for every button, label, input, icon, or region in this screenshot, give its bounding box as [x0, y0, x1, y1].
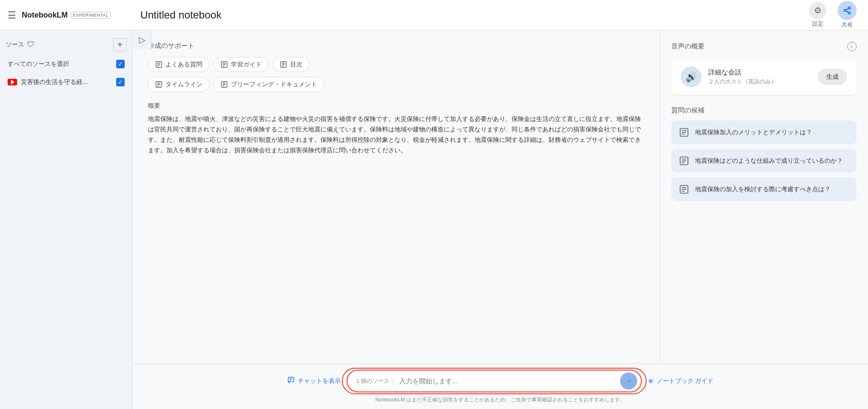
question-text-2: 地震保険はどのような仕組みで成り立っているのか？	[695, 156, 843, 166]
chip-study-label: 学習ガイド	[231, 60, 262, 69]
question-card-1[interactable]: 地震保険加入のメリットとデメリットは？	[671, 121, 857, 144]
content-area: 作成のサポート よくある質問	[133, 30, 868, 363]
share-label: 共有	[841, 21, 853, 29]
chip-study-icon	[220, 61, 228, 68]
chip-faq-label: よくある質問	[165, 60, 202, 69]
svg-line-3	[846, 11, 848, 12]
asterisk-icon: ✳	[648, 377, 654, 386]
source-label: 災害後の生活を守る経...	[21, 78, 112, 86]
chip-grid: よくある質問 学習ガイド	[148, 57, 644, 72]
topbar: ☰ NotebookLM EXPERIMENTAL Untitled noteb…	[0, 0, 868, 30]
summary-label: 概要	[148, 102, 644, 110]
brand-name: NotebookLM	[22, 11, 68, 19]
svg-point-0	[848, 7, 850, 9]
svg-point-2	[848, 12, 850, 14]
chip-grid-2: タイムライン ブリーフィング・ドキュメント	[148, 77, 644, 92]
audio-card: 🔊 詳細な会話 ２人のホスト（英語のみ） 生成	[671, 59, 857, 95]
bottom-input-row: チャットを表示 １個のソース → ✳ ノートブック ガイド	[287, 370, 714, 392]
main-layout: ソース 🛡 + すべてのソースを選択 災害後の生活を守る経... ▷ 作成のサポ…	[0, 30, 868, 409]
center-panel: 作成のサポート よくある質問	[133, 30, 659, 363]
share-button[interactable]: 共有	[834, 0, 860, 31]
question-icon-2	[679, 156, 689, 166]
svg-point-1	[844, 9, 846, 12]
select-all-checkbox[interactable]	[116, 60, 125, 68]
select-all-label: すべてのソースを選択	[8, 60, 69, 68]
question-card-2[interactable]: 地震保険はどのような仕組みで成り立っているのか？	[671, 149, 857, 173]
chip-timeline-icon	[155, 81, 163, 88]
chip-timeline[interactable]: タイムライン	[148, 77, 210, 92]
audio-avatar-icon: 🔊	[681, 66, 702, 87]
audio-card-subtitle: ２人のホスト（英語のみ）	[708, 78, 777, 86]
topbar-actions: ⚙ 設定 共有	[805, 0, 860, 31]
sources-label: ソース	[6, 40, 24, 49]
chip-briefing-icon	[220, 81, 228, 88]
brand-badge: EXPERIMENTAL	[71, 12, 111, 19]
share-icon	[838, 1, 857, 20]
chat-input[interactable]	[393, 372, 618, 390]
notebook-guide-label: ノートブック ガイド	[657, 377, 714, 385]
question-card-3[interactable]: 地震保険の加入を検討する際に考慮すべき点は？	[671, 177, 857, 201]
chat-toggle-label: チャットを表示	[298, 377, 341, 385]
send-icon: →	[625, 377, 632, 385]
question-icon-3	[679, 184, 689, 195]
main-content: 作成のサポート よくある質問	[133, 30, 868, 409]
generate-button[interactable]: 生成	[818, 69, 847, 85]
shield-icon: 🛡	[27, 40, 35, 49]
topbar-left: ☰ NotebookLM EXPERIMENTAL	[8, 9, 140, 21]
chip-briefing-label: ブリーフィング・ドキュメント	[231, 80, 317, 89]
svg-rect-37	[288, 377, 294, 381]
suggested-questions: 質問の候補 地震保険加入のメリットとデメリットは？	[671, 106, 857, 201]
question-text-3: 地震保険の加入を検討する際に考慮すべき点は？	[695, 185, 831, 194]
gear-icon: ⚙	[809, 2, 826, 19]
send-button[interactable]: →	[620, 372, 637, 390]
disclaimer-text: NotebookLM はまだ不正確な回答をすることがあるため、ご自身で事実確認さ…	[375, 396, 625, 403]
brand-logo: NotebookLM EXPERIMENTAL	[22, 11, 111, 19]
question-icon-1	[679, 127, 689, 138]
questions-title: 質問の候補	[671, 106, 857, 115]
svg-line-4	[846, 9, 848, 10]
audio-overview-title: 音声の概要	[671, 42, 704, 51]
source-count: １個のソース	[355, 377, 393, 385]
settings-button[interactable]: ⚙ 設定	[805, 0, 830, 30]
chip-faq-icon	[155, 61, 163, 68]
source-item[interactable]: 災害後の生活を守る経...	[6, 75, 127, 89]
settings-label: 設定	[812, 20, 823, 28]
audio-card-left: 🔊 詳細な会話 ２人のホスト（英語のみ）	[681, 66, 777, 87]
summary-section: 概要 地震保険は、地震や噴火、津波などの災害による建物や火災の損害を補償する保険…	[148, 102, 644, 156]
chip-study-guide[interactable]: 学習ガイド	[213, 57, 269, 72]
creation-support-title: 作成のサポート	[148, 42, 644, 50]
notebook-title: Untitled notebook	[140, 9, 805, 21]
chat-toggle-button[interactable]: チャットを表示	[287, 376, 341, 386]
question-text-1: 地震保険加入のメリットとデメリットは？	[695, 128, 812, 137]
audio-overview-header: 音声の概要 i	[671, 42, 857, 51]
chip-toc-label: 目次	[290, 60, 302, 69]
summary-text: 地震保険は、地震や噴火、津波などの災害による建物や火災の損害を補償する保険です。…	[148, 114, 644, 156]
youtube-icon	[8, 79, 17, 85]
sidebar: ソース 🛡 + すべてのソースを選択 災害後の生活を守る経...	[0, 30, 133, 409]
chip-faq[interactable]: よくある質問	[148, 57, 210, 72]
info-icon[interactable]: i	[847, 42, 857, 51]
sidebar-title: ソース 🛡	[6, 40, 35, 49]
notebook-guide-button[interactable]: ✳ ノートブック ガイド	[648, 377, 714, 386]
chip-timeline-label: タイムライン	[165, 80, 202, 89]
audio-card-title: 詳細な会話	[708, 68, 777, 77]
menu-icon[interactable]: ☰	[8, 9, 16, 21]
bottom-bar: チャットを表示 １個のソース → ✳ ノートブック ガイド NotebookLM…	[133, 363, 868, 409]
chat-icon	[287, 376, 295, 386]
panel-toggle[interactable]: ▷	[133, 30, 152, 49]
chip-toc-icon	[280, 61, 287, 68]
chip-toc[interactable]: 目次	[273, 57, 310, 72]
source-checkbox[interactable]	[116, 78, 125, 86]
right-panel: 音声の概要 i 🔊 詳細な会話 ２人のホスト（英語のみ） 生成 質問の	[659, 30, 868, 363]
select-all-row: すべてのソースを選択	[6, 57, 127, 71]
input-container: １個のソース →	[347, 370, 642, 392]
sidebar-header: ソース 🛡 +	[6, 38, 127, 51]
audio-info: 詳細な会話 ２人のホスト（英語のみ）	[708, 68, 777, 86]
add-source-button[interactable]: +	[113, 38, 127, 51]
chip-briefing[interactable]: ブリーフィング・ドキュメント	[213, 77, 324, 92]
